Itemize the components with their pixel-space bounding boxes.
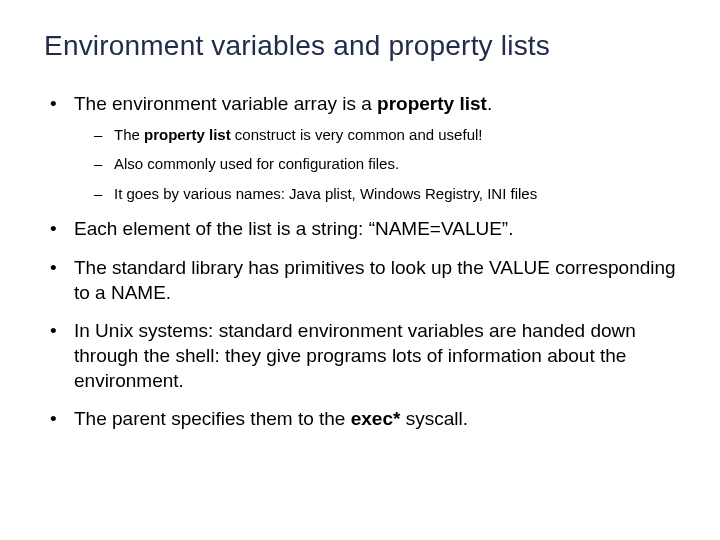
bullet-item: The environment variable array is a prop… <box>50 92 676 203</box>
sub-bullet-item: It goes by various names: Java plist, Wi… <box>94 184 676 204</box>
bullet-item: The standard library has primitives to l… <box>50 256 676 305</box>
bold-text: exec* <box>351 408 401 429</box>
bold-text: property list <box>377 93 487 114</box>
sub-bullet-item: Also commonly used for configuration fil… <box>94 154 676 174</box>
bullet-item: Each element of the list is a string: “N… <box>50 217 676 242</box>
bullet-item: The parent specifies them to the exec* s… <box>50 407 676 432</box>
bullet-list: The environment variable array is a prop… <box>44 92 676 432</box>
sub-list: The property list construct is very comm… <box>74 125 676 204</box>
sub-bullet-item: The property list construct is very comm… <box>94 125 676 145</box>
bullet-item: In Unix systems: standard environment va… <box>50 319 676 393</box>
bold-text: property list <box>144 126 231 143</box>
slide-title: Environment variables and property lists <box>44 30 676 62</box>
